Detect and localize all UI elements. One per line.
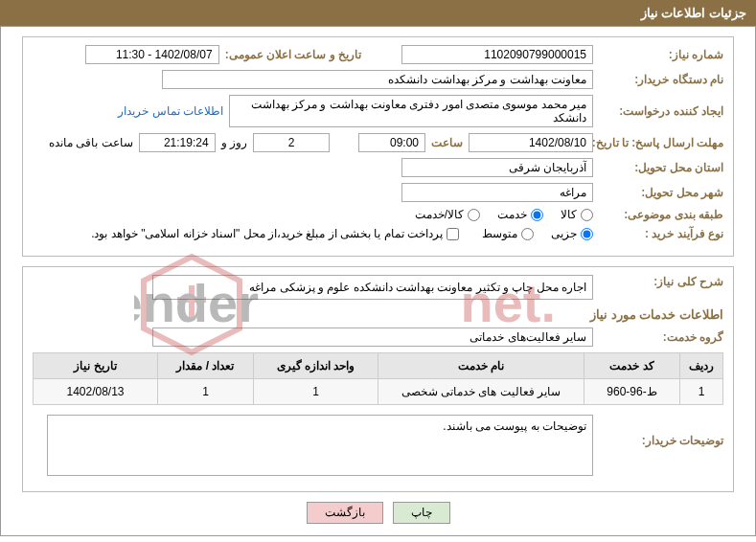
th-row: ردیف [680,353,723,379]
explain-label: توضیحات خریدار: [599,415,723,447]
main-info-section: شماره نیاز: 1102090799000015 تاریخ و ساع… [22,36,734,257]
service-group-label: گروه خدمت: [599,330,723,344]
payment-checkbox-wrap[interactable]: پرداخت تمام یا بخشی از مبلغ خرید،از محل … [91,227,459,240]
services-table: ردیف کد خدمت نام خدمت واحد اندازه گیری ت… [33,352,723,405]
th-name: نام خدمت [378,353,584,379]
process-label: نوع فرآیند خرید : [599,227,723,240]
days-and-text: روز و [221,136,247,149]
th-code: کد خدمت [584,353,680,379]
remaining-time-field: 21:19:24 [139,133,216,152]
buyer-contact-link[interactable]: اطلاعات تماس خریدار [118,104,223,118]
th-unit: واحد اندازه گیری [254,353,378,379]
services-title: اطلاعات خدمات مورد نیاز [33,307,723,322]
province-field: آذربایجان شرقی [401,158,593,177]
need-no-field: 1102090799000015 [401,45,593,64]
back-button[interactable]: بازگشت [307,502,383,524]
radio-minor-input[interactable] [581,228,593,240]
overview-label: شرح کلی نیاز: [599,275,723,288]
th-qty: تعداد / مقدار [158,353,254,379]
province-label: استان محل تحویل: [599,161,723,174]
need-no-label: شماره نیاز: [599,48,723,61]
explain-field: توضیحات به پیوست می باشند. [47,415,593,476]
buyer-org-label: نام دستگاه خریدار: [599,73,723,86]
radio-minor[interactable]: جزیی [551,227,593,240]
deadline-date-field: 1402/08/10 [469,133,593,152]
service-group-field: سایر فعالیت‌های خدماتی [152,327,593,347]
requester-label: ایجاد کننده درخواست: [599,104,723,118]
radio-goods-service-input[interactable] [468,209,480,221]
overview-field: اجاره محل چاپ و تکثیر معاونت بهداشت دانش… [152,275,593,300]
days-count-field: 2 [253,133,330,152]
page-header: جزئیات اطلاعات نیاز [0,0,756,26]
buyer-org-field: معاونت بهداشت و مرکز بهداشت دانشکده [162,70,593,89]
radio-goods[interactable]: کالا [561,208,593,221]
th-date: تاریخ نیاز [34,353,158,379]
table-row: 1 ط-96-960 سایر فعالیت های خدماتی شخصی 1… [34,379,723,405]
deadline-time-field: 09:00 [358,133,425,152]
button-row: چاپ بازگشت [1,502,755,524]
outer-frame: AriaTender .net شماره نیاز: 110209079900… [0,26,756,536]
table-header-row: ردیف کد خدمت نام خدمت واحد اندازه گیری ت… [34,353,723,379]
cell-date: 1402/08/13 [34,379,158,405]
deadline-label: مهلت ارسال پاسخ: تا تاریخ: [599,136,723,149]
remaining-label: ساعت باقی مانده [49,136,133,149]
pub-date-field: 1402/08/07 - 11:30 [85,45,219,64]
payment-note: پرداخت تمام یا بخشی از مبلغ خرید،از محل … [91,227,443,240]
radio-moderate[interactable]: متوسط [482,227,534,240]
cell-row: 1 [680,379,723,405]
requester-field: میر محمد موسوی متصدی امور دفتری معاونت ب… [229,95,593,127]
print-button[interactable]: چاپ [393,502,450,524]
page-title: جزئیات اطلاعات نیاز [641,6,746,20]
radio-goods-service[interactable]: کالا/خدمت [415,208,480,221]
time-label: ساعت [431,136,463,149]
city-label: شهر محل تحویل: [599,186,723,199]
radio-goods-input[interactable] [581,209,593,221]
subject-class-label: طبقه بندی موضوعی: [599,208,723,221]
radio-service-input[interactable] [531,209,543,221]
cell-code: ط-96-960 [584,379,680,405]
city-field: مراغه [401,183,593,202]
services-section: شرح کلی نیاز: اجاره محل چاپ و تکثیر معاو… [22,266,734,492]
subject-class-group: کالا خدمت کالا/خدمت [415,208,593,221]
cell-name: سایر فعالیت های خدماتی شخصی [378,379,584,405]
pub-date-label: تاریخ و ساعت اعلان عمومی: [225,48,361,61]
cell-unit: 1 [254,379,378,405]
radio-service[interactable]: خدمت [497,208,543,221]
process-group: جزیی متوسط [482,227,593,240]
payment-checkbox[interactable] [447,228,459,240]
cell-qty: 1 [158,379,254,405]
radio-moderate-input[interactable] [521,228,534,240]
